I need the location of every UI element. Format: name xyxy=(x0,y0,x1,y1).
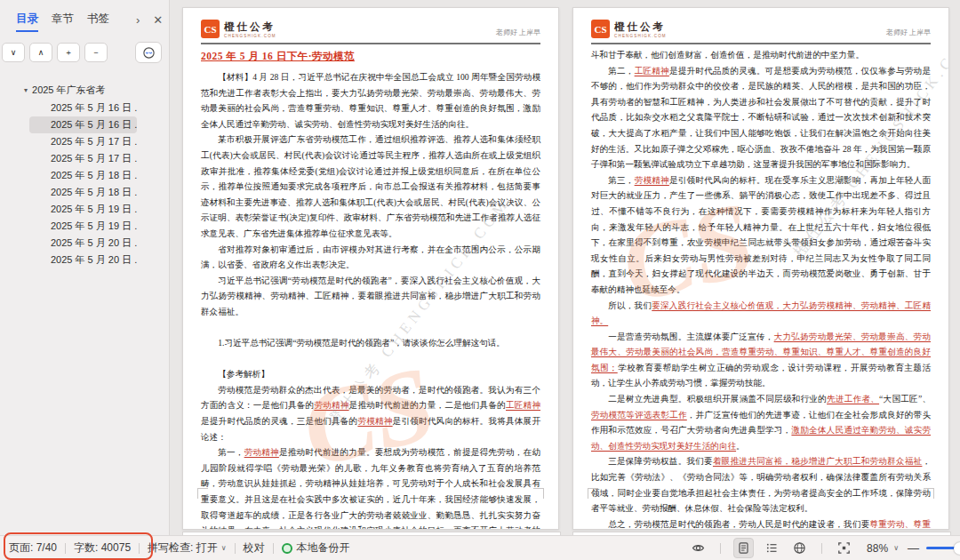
more-tabs-chevron-icon[interactable]: › xyxy=(136,13,140,30)
separator xyxy=(720,543,721,554)
document-title: 2025 年 5 月 16 日下午·劳动模范 xyxy=(201,50,540,63)
toc-item[interactable]: 2025 年 5 月 18 日 ... xyxy=(29,184,137,201)
chevron-down-button[interactable]: ∨ xyxy=(2,43,25,62)
text-boundary-mark xyxy=(533,488,544,499)
tree-expand-triangle-icon[interactable]: ▾ xyxy=(24,86,28,94)
text-run: 第二， xyxy=(608,66,634,76)
zoom-dropdown-chevron-icon[interactable]: ∨ xyxy=(893,544,899,552)
sidebar-tabs: 目录章节书签 › ✕ xyxy=(0,0,169,32)
zoom-slider-handle[interactable] xyxy=(954,542,960,555)
text-run: 是推动时代前进的力量，二是他们具备的 xyxy=(349,400,506,410)
toc-root-label: 2025 年广东省考 xyxy=(32,84,106,97)
assistant-button[interactable] xyxy=(135,42,162,63)
toc-nav-controls: ∨∧＋− xyxy=(0,32,169,63)
separator xyxy=(139,543,140,554)
outline-list-icon xyxy=(765,541,779,555)
outline-view-button[interactable] xyxy=(763,539,781,557)
paragraph: 【参考解析】 xyxy=(201,366,540,382)
brand-name: 橙仕公考 xyxy=(614,22,667,33)
paragraph: 劳动模范是劳动群众的杰出代表，是最美的劳动者，是时代的领跑者。我认为有三个方面的… xyxy=(201,382,540,444)
eye-icon xyxy=(692,541,705,555)
sidebar-tab[interactable]: 目录 xyxy=(16,12,38,32)
brand-logo-icon: CS xyxy=(591,20,610,38)
highlighted-text: 工匠精神 xyxy=(635,66,669,76)
local-backup-status[interactable]: 本地备份开 xyxy=(297,540,350,556)
toc-root-node[interactable]: ▾ 2025 年广东省考 xyxy=(0,82,169,99)
text-run: 【参考解析】 xyxy=(218,369,269,379)
highlighted-text: 劳动模范等评选表彰工作 xyxy=(591,410,687,420)
web-view-button[interactable] xyxy=(790,539,809,557)
chevron-down-icon[interactable]: ∨ xyxy=(221,544,227,552)
sidebar-tab[interactable]: 书签 xyxy=(87,12,109,32)
toc-item[interactable]: 2025 年 5 月 20 日 ... xyxy=(29,235,137,252)
word-processor-window: 目录章节书签 › ✕ ∨∧＋− ▾ 2025 年广东省考 2025 年 5 月 … xyxy=(0,0,960,560)
zoom-slider[interactable] xyxy=(926,547,958,549)
status-left-group: 页面: 7/40 字数: 40075 拼写检查: 打开 ∨ 校对 本地备份开 xyxy=(9,540,350,556)
toc-item[interactable]: 2025 年 5 月 17 日 ... xyxy=(29,150,137,167)
text-run: 第三， xyxy=(608,175,634,185)
status-right-group: 88% ∨ — xyxy=(684,538,960,558)
proofread-button[interactable]: 校对 xyxy=(244,540,265,556)
header-tagline: 老师好 上岸早 xyxy=(496,28,540,38)
highlighted-text: 先进工作者、 xyxy=(827,394,879,404)
text-run: 1.习近平总书记强调“劳动模范是时代的领跑者”，请谈谈你怎么理解这句话。 xyxy=(218,338,505,348)
text-boundary-mark xyxy=(197,488,208,499)
close-sidebar-icon[interactable]: ✕ xyxy=(153,13,163,30)
brand-block: 橙仕公考 CHENGSHIGK.COM xyxy=(224,22,276,38)
separator xyxy=(273,543,274,554)
toc-item[interactable]: 2025 年 5 月 17 日 ... xyxy=(29,133,137,150)
blank-line xyxy=(201,351,540,367)
page-body: 斗和甘于奉献，他们创造财富，创造价值，是推动时代前进的中坚力量。第二，工匠精神是… xyxy=(591,47,931,530)
page-view-button[interactable] xyxy=(733,538,754,558)
focus-mode-button[interactable] xyxy=(835,539,853,557)
brand-domain: CHENGSHIGK.COM xyxy=(224,35,276,39)
paragraph: 三是保障劳动权益。我们要着眼推进共同富裕，稳步增进广大职工和劳动群众福祉，比如完… xyxy=(591,453,931,516)
paragraph: 所以，我们要深入践行社会主义核心价值观，大力弘扬劳模精神、劳动精神、工匠精神。 xyxy=(591,298,931,329)
text-run: 所以，我们 xyxy=(608,300,652,310)
toc-item[interactable]: 2025 年 5 月 18 日 ... xyxy=(29,167,137,184)
zoom-percent[interactable]: 88% xyxy=(867,542,888,555)
text-run: 省对推荐对象初审通过后，由市评模办对其进行考察，并在全市范围内公示，公示期满，以… xyxy=(201,244,540,270)
paragraph: 第一，劳动精神是推动时代前进的力量。要想成为劳动模范，前提是得先劳动，在幼儿园阶… xyxy=(201,444,540,530)
paragraph: 【材料】4 月 28 日，习近平总书记在庆祝中华全国总工会成立 100 周年暨全… xyxy=(201,69,540,132)
text-run: 是推动时代前进的力量。要想成为劳动模范，前提是得先劳动，在幼儿园阶段就得学唱《劳… xyxy=(201,447,540,530)
collapse-minus-button[interactable]: − xyxy=(84,43,108,62)
expand-plus-button[interactable]: ＋ xyxy=(57,43,80,62)
focus-frame-icon xyxy=(837,541,851,555)
text-run: 。 xyxy=(736,441,745,451)
toc-item[interactable]: 2025 年 5 月 19 日 ... xyxy=(29,218,137,235)
text-run: 二是树立先进典型。积极组织开展涵盖不同层级和行业的 xyxy=(608,394,827,404)
paragraph: 1.习近平总书记强调“劳动模范是时代的领跑者”，请谈谈你怎么理解这句话。 xyxy=(201,335,540,351)
read-mode-button[interactable] xyxy=(689,539,708,557)
paragraph: 斗和甘于奉献，他们创造财富，创造价值，是推动时代前进的中坚力量。 xyxy=(591,47,931,63)
page-header: CS 橙仕公考 CHENGSHIGK.COM 老师好 上岸早 xyxy=(201,17,540,44)
zoom-out-button[interactable]: — xyxy=(908,541,919,555)
toc-item[interactable]: 2025 年 5 月 19 日 ... xyxy=(29,201,137,218)
toc-item[interactable]: 2025 年 5 月 16 日 ... xyxy=(29,116,137,133)
brand-domain: CHENGSHIGK.COM xyxy=(614,35,667,39)
toc-item[interactable]: 2025 年 5 月 20 日 ... xyxy=(29,252,137,268)
text-run: 是提升时代品质的灵魂，三是他们具备的 xyxy=(201,416,357,426)
document-page-right: 橙仕公考 CHENGSHICK.COM CS CS 橙仕公考 CHENGSHIG… xyxy=(572,7,949,530)
text-run: 习近平总书记强调“劳动模范是时代的领跑者”，要深入践行社会主义核心价值观，大力弘… xyxy=(201,276,540,316)
page-layout-icon xyxy=(737,541,750,555)
page-indicator[interactable]: 页面: 7/40 xyxy=(9,540,57,556)
navigation-sidebar: 目录章节书签 › ✕ ∨∧＋− ▾ 2025 年广东省考 2025 年 5 月 … xyxy=(0,0,170,535)
toc-item[interactable]: 2025 年 5 月 16 日 ... xyxy=(29,100,137,116)
separator xyxy=(65,543,66,554)
text-boundary-mark xyxy=(924,488,934,499)
robot-face-icon xyxy=(142,46,156,60)
paragraph: 第三，劳模精神是引领时代风向的标杆。现在受享乐主义思潮影响，再加上年轻人面对巨大… xyxy=(591,172,931,298)
spell-check-toggle[interactable]: 拼写检查: 打开 xyxy=(148,540,218,556)
highlighted-text: 工匠精神 xyxy=(506,400,540,410)
text-run: 总之，劳动模范是时代的领跑者，劳动人民是时代的建设者，我们要 xyxy=(608,519,869,529)
paragraph: 一是营造劳动氛围。主流媒体要广泛宣传，大力弘扬劳动最光荣、劳动最崇高、劳动最伟大… xyxy=(591,329,931,391)
paragraph: 习近平总书记强调“劳动模范是时代的领跑者”，要深入践行社会主义核心价值观，大力弘… xyxy=(201,273,540,320)
chevron-up-button[interactable]: ∧ xyxy=(29,43,52,62)
page-header: CS 橙仕公考 CHENGSHIGK.COM 老师好 上岸早 xyxy=(591,17,931,44)
separator xyxy=(235,543,236,554)
document-viewer[interactable]: 橙仕公考 CHENGSHICK.COM CS CS 橙仕公考 CHENGSHIG… xyxy=(170,0,960,535)
word-count[interactable]: 字数: 40075 xyxy=(74,540,131,556)
sidebar-tab[interactable]: 章节 xyxy=(52,12,74,32)
separator xyxy=(821,543,822,554)
